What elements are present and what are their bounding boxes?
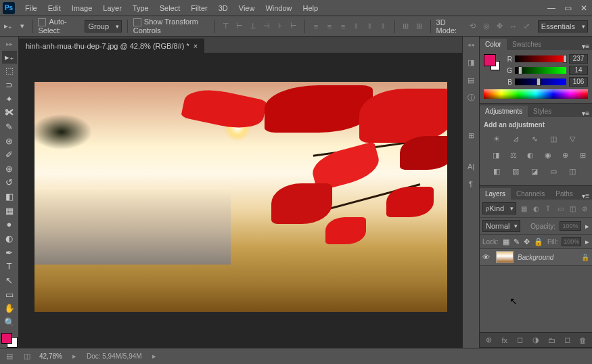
3d-roll-icon[interactable]: ◎ xyxy=(481,21,492,32)
paragraph-panel-icon[interactable]: ¶ xyxy=(465,179,476,189)
channel-mixer-icon[interactable]: ⊕ xyxy=(560,149,571,161)
minimize-button[interactable]: — xyxy=(546,3,557,13)
new-layer-icon[interactable]: ◻ xyxy=(562,335,572,346)
filter-kind[interactable]: ρ Kind xyxy=(482,202,516,214)
brush-tool[interactable]: ✐ xyxy=(2,148,17,161)
threshold-icon[interactable]: ◪ xyxy=(528,165,541,177)
posterize-icon[interactable]: ▨ xyxy=(509,165,522,177)
3d-rotate-icon[interactable]: ⟲ xyxy=(468,21,478,32)
lasso-tool[interactable]: ⊃ xyxy=(2,78,17,91)
magic-wand-tool[interactable]: ✦ xyxy=(2,93,17,106)
dist-bottom-icon[interactable]: ≡ xyxy=(338,21,348,32)
document-tab[interactable]: hinh-anh-mua-thu-dep-7.jpg @ 42,8% (RGB/… xyxy=(19,39,204,53)
lock-transparency-icon[interactable]: ▦ xyxy=(503,237,509,246)
filter-toggle-icon[interactable]: ⊘ xyxy=(580,204,589,213)
shape-tool[interactable]: ▭ xyxy=(2,288,17,301)
info-panel-icon[interactable]: ⓘ xyxy=(465,92,476,103)
new-adjustment-icon[interactable]: ◑ xyxy=(530,335,541,346)
auto-select-checkbox[interactable]: Auto-Select: xyxy=(38,18,79,35)
canvas[interactable] xyxy=(19,53,462,348)
close-button[interactable]: ✕ xyxy=(578,3,589,13)
minibridge-icon[interactable]: ▤ xyxy=(4,351,15,362)
menu-select[interactable]: Select xyxy=(155,1,185,15)
align-hcenter-icon[interactable]: ⊦ xyxy=(275,21,286,32)
blend-mode-select[interactable]: Normal xyxy=(482,220,520,232)
eyedropper-tool[interactable]: ✎ xyxy=(2,120,17,133)
menu-type[interactable]: Type xyxy=(128,1,154,15)
tab-swatches[interactable]: Swatches xyxy=(507,39,547,50)
opacity-value[interactable]: 100% xyxy=(560,221,581,231)
fill-value[interactable]: 100% xyxy=(562,237,581,246)
align-left-icon[interactable]: ⊣ xyxy=(261,21,272,32)
menu-layer[interactable]: Layer xyxy=(98,1,127,15)
exposure-icon[interactable]: ◫ xyxy=(547,133,560,145)
character-panel-icon[interactable]: A| xyxy=(465,161,476,172)
dodge-tool[interactable]: ◐ xyxy=(2,232,17,245)
tab-layers[interactable]: Layers xyxy=(480,188,511,200)
lock-position-icon[interactable]: ✥ xyxy=(524,237,530,246)
panel-menu-icon[interactable]: ▾≡ xyxy=(579,192,592,200)
align-top-icon[interactable]: ⊤ xyxy=(221,21,231,32)
filter-type-icon[interactable]: T xyxy=(543,204,553,213)
color-lookup-icon[interactable]: ⊞ xyxy=(577,149,588,161)
auto-select-target[interactable]: Group xyxy=(85,20,122,32)
color-spectrum[interactable] xyxy=(484,89,588,99)
layer-mask-icon[interactable]: ◻ xyxy=(515,335,525,346)
menu-file[interactable]: File xyxy=(20,1,42,15)
filter-adjustment-icon[interactable]: ◐ xyxy=(531,204,541,213)
dist-vcenter-icon[interactable]: ≡ xyxy=(324,21,335,32)
vibrance-icon[interactable]: ▽ xyxy=(566,133,578,145)
layer-thumbnail[interactable] xyxy=(496,251,514,263)
filter-smart-icon[interactable]: ◫ xyxy=(568,204,577,213)
tab-channels[interactable]: Channels xyxy=(511,188,550,200)
align-vcenter-icon[interactable]: ⊢ xyxy=(234,21,245,32)
filter-shape-icon[interactable]: ▭ xyxy=(555,204,565,213)
r-value[interactable]: 237 xyxy=(569,54,588,64)
collapse-icon[interactable]: ◂◂ xyxy=(465,39,476,50)
filter-pixel-icon[interactable]: ▦ xyxy=(519,204,528,213)
color-swatch-mini[interactable] xyxy=(484,54,500,70)
history-brush-tool[interactable]: ↺ xyxy=(2,177,17,189)
maximize-button[interactable]: ▭ xyxy=(562,3,573,13)
properties-panel-icon[interactable]: ⊞ xyxy=(465,130,476,141)
menu-edit[interactable]: Edit xyxy=(43,1,66,15)
type-tool[interactable]: T xyxy=(2,260,17,273)
r-slider[interactable] xyxy=(515,55,566,62)
curves-icon[interactable]: ∿ xyxy=(528,133,541,145)
auto-align-icon2[interactable]: ⊞ xyxy=(414,21,425,32)
link-layers-icon[interactable]: ⊕ xyxy=(484,335,494,346)
menu-view[interactable]: View xyxy=(234,1,260,15)
zoom-dropdown-icon[interactable]: ▸ xyxy=(69,351,80,362)
pen-tool[interactable]: ✒ xyxy=(2,246,17,259)
align-bottom-icon[interactable]: ⊥ xyxy=(248,21,258,32)
visibility-toggle-icon[interactable]: 👁 xyxy=(482,253,492,261)
zoom-tool[interactable]: 🔍 xyxy=(2,316,17,329)
color-balance-icon[interactable]: ⚖ xyxy=(508,149,519,161)
tab-adjustments[interactable]: Adjustments xyxy=(480,106,528,117)
zoom-level[interactable]: 42,78% xyxy=(39,352,62,360)
history-panel-icon[interactable]: ◨ xyxy=(465,57,476,68)
actions-panel-icon[interactable]: ▤ xyxy=(465,74,476,85)
menu-3d[interactable]: 3D xyxy=(214,1,233,15)
gradient-map-icon[interactable]: ▭ xyxy=(547,165,560,177)
show-transform-checkbox[interactable]: Show Transform Controls xyxy=(133,18,210,35)
layer-row[interactable]: 👁 Background 🔒 xyxy=(480,249,592,266)
opacity-dropdown-icon[interactable]: ▸ xyxy=(585,222,589,231)
tool-preset-dropdown[interactable]: ▾ xyxy=(18,21,27,32)
workspace-switcher[interactable]: Essentials xyxy=(538,20,588,32)
move-tool[interactable]: ▸₊ xyxy=(2,51,17,64)
menu-image[interactable]: Image xyxy=(67,1,97,15)
auto-align-icon[interactable]: ⊞ xyxy=(401,21,411,32)
layer-name[interactable]: Background xyxy=(518,254,553,261)
collapse-icon[interactable]: ▸▸ xyxy=(4,39,15,49)
eraser-tool[interactable]: ◧ xyxy=(2,190,17,203)
menu-window[interactable]: Window xyxy=(260,1,296,15)
dist-hcenter-icon[interactable]: ⦀ xyxy=(365,21,375,32)
photo-filter-icon[interactable]: ◉ xyxy=(543,149,553,161)
brightness-icon[interactable]: ☀ xyxy=(491,133,503,145)
tab-color[interactable]: Color xyxy=(480,39,507,50)
3d-slide-icon[interactable]: ↔ xyxy=(508,21,519,32)
tab-styles[interactable]: Styles xyxy=(528,106,557,117)
tab-paths[interactable]: Paths xyxy=(550,188,578,200)
color-swatch[interactable] xyxy=(1,333,18,348)
